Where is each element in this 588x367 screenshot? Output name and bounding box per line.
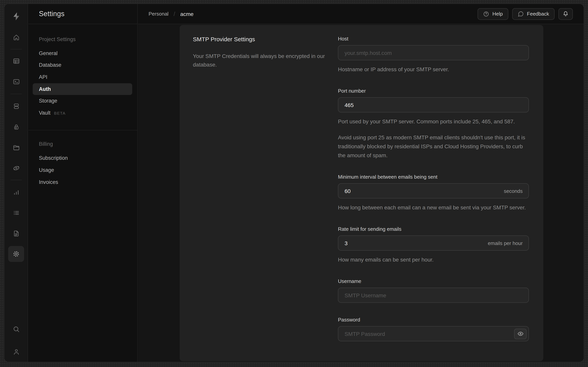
rail-item-home[interactable] <box>9 30 23 44</box>
rail-item-database[interactable] <box>9 99 23 113</box>
rate-limit-field-group: Rate limit for sending emails emails per… <box>338 226 529 264</box>
sidebar-divider <box>28 130 137 130</box>
beta-badge: BETA <box>54 110 66 115</box>
file-text-icon <box>12 229 20 237</box>
rail-divider <box>10 94 22 94</box>
password-field-group: Password <box>338 317 529 341</box>
help-circle-icon <box>483 11 489 17</box>
sidebar-item-usage[interactable]: Usage <box>39 167 54 173</box>
rail-item-reports[interactable] <box>9 185 23 199</box>
host-help: Hostname or IP address of your SMTP serv… <box>338 65 529 74</box>
supabase-logo[interactable] <box>9 9 23 23</box>
rail-item-table-editor[interactable] <box>9 54 23 68</box>
top-bar: Personal / acme Help <box>138 4 584 24</box>
lock-icon <box>12 123 20 131</box>
sidebar-item-subscription[interactable]: Subscription <box>39 155 68 161</box>
terminal-icon <box>12 78 20 85</box>
port-label: Port number <box>338 88 529 94</box>
port-help: Port used by your SMTP server. Common po… <box>338 117 529 126</box>
rail-item-auth[interactable] <box>9 119 23 134</box>
home-icon <box>12 33 20 41</box>
breadcrumb: Personal / acme <box>149 10 193 17</box>
password-input[interactable] <box>338 326 529 341</box>
notifications-button[interactable] <box>558 8 573 20</box>
feedback-button-label: Feedback <box>527 11 549 17</box>
interval-label: Minimum interval between emails being se… <box>338 174 529 180</box>
sidebar-item-vault-label: Vault <box>39 110 50 116</box>
sidebar-section-billing: Billing <box>39 141 53 147</box>
app-window: Settings Project Settings General Databa… <box>4 3 584 362</box>
help-button[interactable]: Help <box>478 8 508 20</box>
sidebar-section-project-settings: Project Settings <box>39 36 76 42</box>
sidebar-item-api[interactable]: API <box>39 74 48 80</box>
supabase-bolt-icon <box>11 11 21 21</box>
sidebar-item-database[interactable]: Database <box>39 62 61 68</box>
sidebar-title: Settings <box>39 10 64 18</box>
sidebar-item-general[interactable]: General <box>39 50 57 56</box>
sidebar-item-auth[interactable]: Auth <box>39 86 51 92</box>
message-bubble-icon <box>518 11 524 17</box>
password-label: Password <box>338 317 529 323</box>
eye-icon <box>517 331 523 336</box>
rail-item-docs[interactable] <box>9 226 23 241</box>
icon-rail <box>4 4 28 362</box>
username-field-group: Username <box>338 278 529 303</box>
interval-input[interactable] <box>338 183 529 199</box>
section-title: SMTP Provider Settings <box>193 36 330 43</box>
folder-icon <box>12 143 20 151</box>
rate-limit-help: How many emails can be sent per hour. <box>338 255 529 264</box>
reveal-password-button[interactable] <box>514 328 527 339</box>
breadcrumb-separator: / <box>174 10 175 17</box>
rail-item-search[interactable] <box>9 322 23 336</box>
port-input[interactable] <box>338 97 529 112</box>
port-note: Avoid using port 25 as modern SMTP email… <box>338 133 529 160</box>
desktop: Settings Project Settings General Databa… <box>0 0 588 367</box>
rail-divider <box>10 49 22 50</box>
rail-item-logs[interactable] <box>9 206 23 220</box>
host-field-group: Host Hostname or IP address of your SMTP… <box>338 36 529 74</box>
smtp-settings-card: SMTP Provider Settings Your SMTP Credent… <box>180 25 543 361</box>
host-label: Host <box>338 36 529 42</box>
rate-limit-label: Rate limit for sending emails <box>338 226 529 232</box>
sidebar-item-storage[interactable]: Storage <box>39 98 57 104</box>
username-label: Username <box>338 278 529 284</box>
rail-item-sql-editor[interactable] <box>9 74 23 89</box>
database-icon <box>12 102 20 110</box>
sidebar-item-invoices[interactable]: Invoices <box>39 179 58 185</box>
list-icon <box>12 209 20 217</box>
rail-item-edge-functions[interactable] <box>9 161 23 175</box>
gear-icon <box>12 250 20 258</box>
feedback-button[interactable]: Feedback <box>512 8 555 20</box>
rail-divider <box>10 180 22 180</box>
breadcrumb-org[interactable]: Personal <box>149 11 169 17</box>
username-input[interactable] <box>338 288 529 303</box>
rail-item-account[interactable] <box>9 344 23 359</box>
host-input[interactable] <box>338 45 529 60</box>
port-field-group: Port number Port used by your SMTP serve… <box>338 88 529 160</box>
sidebar-item-vault[interactable]: Vault BETA <box>39 110 65 116</box>
breadcrumb-project[interactable]: acme <box>180 11 193 17</box>
interval-field-group: Minimum interval between emails being se… <box>338 174 529 212</box>
section-description: Your SMTP Credentials will always be enc… <box>193 52 330 69</box>
user-icon <box>12 348 20 356</box>
rail-item-project-settings[interactable] <box>8 246 24 262</box>
rate-limit-input[interactable] <box>338 235 529 251</box>
bell-icon <box>562 10 569 17</box>
edge-functions-icon <box>12 164 20 172</box>
sidebar-header: Settings <box>28 4 137 24</box>
header-actions: Help Feedback <box>478 8 573 20</box>
help-button-label: Help <box>492 11 503 17</box>
rail-item-storage[interactable] <box>9 140 23 155</box>
interval-help: How long between each email can a new em… <box>338 203 529 212</box>
smtp-section-intro: SMTP Provider Settings Your SMTP Credent… <box>193 36 330 69</box>
settings-sidebar: Settings Project Settings General Databa… <box>28 4 138 362</box>
bar-chart-icon <box>12 188 20 196</box>
smtp-form: Host Hostname or IP address of your SMTP… <box>338 36 529 341</box>
main-area: Personal / acme Help <box>138 4 584 362</box>
search-icon <box>12 325 20 333</box>
table-icon <box>12 57 20 65</box>
